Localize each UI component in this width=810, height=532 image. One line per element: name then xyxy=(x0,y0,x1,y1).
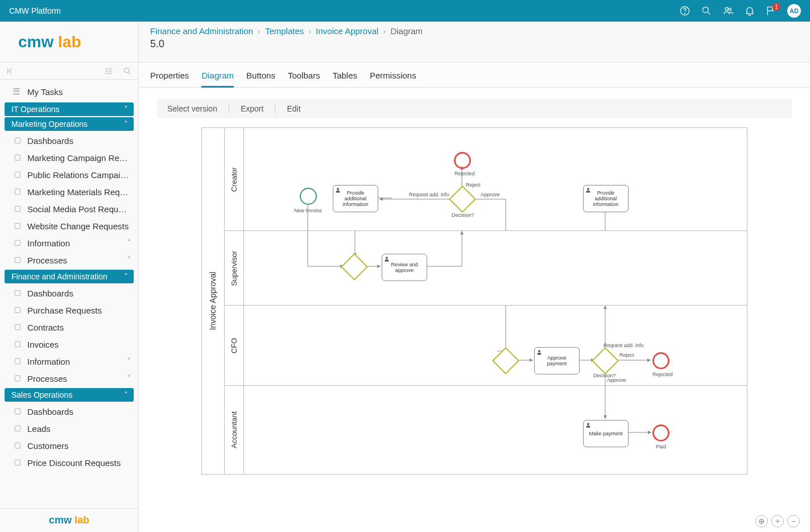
search-sidebar-icon[interactable] xyxy=(122,66,133,76)
sidebar-item[interactable]: Purchase Requests xyxy=(0,302,138,319)
end-event-rejected-2[interactable] xyxy=(652,352,670,369)
item-icon xyxy=(13,204,23,214)
sidebar-item[interactable]: Price Discount Requests xyxy=(0,454,138,471)
svg-line-3 xyxy=(708,13,710,15)
end-event-rejected[interactable] xyxy=(454,152,471,169)
sidebar-item[interactable]: Marketing Campaign Req… xyxy=(0,149,138,166)
tab-permissions[interactable]: Permissions xyxy=(370,67,416,87)
sidebar-item[interactable]: Marketing Materials Requ… xyxy=(0,183,138,200)
sidebar-item[interactable]: Information˅ xyxy=(0,353,138,370)
sidebar-nav[interactable]: ☰ My Tasks IT Operations˅Marketing Opera… xyxy=(0,80,138,508)
sidebar-item-label: Contracts xyxy=(27,323,131,332)
gateway-merge-supervisor[interactable] xyxy=(341,253,368,281)
flow-request-add-info-label: Request add. info xyxy=(409,192,449,197)
nav-section-header[interactable]: IT Operations˅ xyxy=(5,102,134,116)
tab-properties[interactable]: Properties xyxy=(150,67,189,87)
item-icon xyxy=(13,152,23,163)
bpmn-pool[interactable]: Invoice Approval Creator xyxy=(201,127,747,475)
svg-rect-21 xyxy=(15,240,20,245)
zoom-in-icon[interactable]: ＋ xyxy=(771,515,784,527)
sidebar-item[interactable]: Invoices xyxy=(0,336,138,353)
lane-cfo: CFO Approve payment xyxy=(225,306,747,386)
zoom-controls: ⊕ ＋ − xyxy=(755,515,800,527)
sidebar-item-label: Price Discount Requests xyxy=(27,458,131,468)
sidebar-item[interactable]: Dashboards xyxy=(0,132,138,149)
breadcrumb-item-2[interactable]: Invoice Approval xyxy=(316,26,378,36)
sidebar-item-label: Information xyxy=(27,357,127,366)
tab-toolbars[interactable]: Toolbars xyxy=(288,67,320,87)
nav-my-tasks[interactable]: ☰ My Tasks xyxy=(0,82,138,101)
sidebar-item[interactable]: Customers xyxy=(0,437,138,454)
diagram-edit[interactable]: Edit xyxy=(287,104,300,113)
chevron-down-icon: ˅ xyxy=(124,105,128,114)
sidebar-item-label: Processes xyxy=(27,374,127,383)
end-event-rejected-label: Rejected xyxy=(454,171,475,176)
zoom-fit-icon[interactable]: ⊕ xyxy=(755,515,768,527)
gateway-decision-2[interactable] xyxy=(592,347,619,374)
flag-icon[interactable]: 1 xyxy=(766,5,777,17)
sidebar-item-label: Processes xyxy=(27,255,127,265)
diagram-select-version[interactable]: Select version xyxy=(167,104,217,113)
sidebar-footer-logo[interactable]: cmw lab xyxy=(0,508,138,532)
tabs-row: Properties Diagram Buttons Toolbars Tabl… xyxy=(139,63,810,88)
item-icon xyxy=(13,135,23,146)
item-icon xyxy=(13,170,23,180)
sidebar-item[interactable]: Processes˅ xyxy=(0,370,138,387)
svg-line-14 xyxy=(129,72,130,74)
gateway-decision-1-label: Decision? xyxy=(452,212,474,218)
help-icon[interactable] xyxy=(679,5,691,17)
sidebar-item[interactable]: Information˅ xyxy=(0,234,138,251)
sidebar-item[interactable]: Dashboards xyxy=(0,403,138,420)
sidebar-item[interactable]: Contracts xyxy=(0,319,138,336)
bell-icon[interactable] xyxy=(744,5,755,17)
sidebar-item[interactable]: Leads xyxy=(0,420,138,437)
flow-reject-label: Reject xyxy=(466,182,481,188)
lane-label-creator: Creator xyxy=(225,128,244,230)
users-icon[interactable] xyxy=(722,5,734,17)
end-event-paid[interactable] xyxy=(652,424,670,442)
task-make-payment[interactable]: Make payment xyxy=(583,420,629,447)
search-icon[interactable] xyxy=(701,5,712,17)
collapse-icon[interactable] xyxy=(6,66,16,76)
task-review-and-approve[interactable]: Review and approve xyxy=(382,254,427,281)
svg-rect-30 xyxy=(15,426,20,431)
tab-tables[interactable]: Tables xyxy=(333,67,357,87)
sidebar-item-label: Public Relations Campaig… xyxy=(27,170,131,180)
diagram-export[interactable]: Export xyxy=(241,104,263,113)
sidebar-item[interactable]: Website Change Requests xyxy=(0,217,138,234)
sidebar-item[interactable]: Dashboards xyxy=(0,284,138,302)
svg-rect-23 xyxy=(15,290,20,295)
end-event-rejected-2-label: Rejected xyxy=(652,372,673,377)
avatar[interactable]: AD xyxy=(787,4,801,18)
sidebar-item[interactable]: Social Media Post Requests xyxy=(0,200,138,217)
list-icon[interactable] xyxy=(104,66,114,76)
sidebar-item-label: Information xyxy=(27,238,127,248)
svg-rect-16 xyxy=(15,155,20,160)
item-icon xyxy=(13,187,23,197)
breadcrumb-item-1[interactable]: Templates xyxy=(265,26,304,36)
zoom-out-icon[interactable]: − xyxy=(787,515,800,527)
gateway-merge-cfo[interactable] xyxy=(492,347,519,374)
lane-accountant: Accountant Make payment Paid xyxy=(225,386,747,474)
divider xyxy=(229,104,229,114)
nav-section-header[interactable]: Finance and Administration˄ xyxy=(5,270,134,283)
nav-section-header[interactable]: Sales Operations˄ xyxy=(5,388,134,402)
tab-diagram[interactable]: Diagram xyxy=(201,67,234,88)
nav-section-header[interactable]: Marketing Operations˄ xyxy=(5,117,134,131)
breadcrumb-item-0[interactable]: Finance and Administration xyxy=(150,26,253,36)
gateway-decision-1[interactable] xyxy=(449,185,476,213)
sidebar-item[interactable]: Processes˅ xyxy=(0,251,138,269)
item-icon xyxy=(13,322,23,332)
pool-title: Invoice Approval xyxy=(202,128,225,474)
logo[interactable]: cmw lab xyxy=(0,22,138,63)
start-event[interactable] xyxy=(300,188,317,205)
version-label: 5.0 xyxy=(150,38,799,50)
tab-buttons[interactable]: Buttons xyxy=(246,67,275,87)
task-provide-additional-info-2[interactable]: Provide additional information xyxy=(583,185,629,212)
header-right-icons: 1 AD xyxy=(679,4,801,18)
task-provide-additional-info[interactable]: Provide additional information xyxy=(333,185,378,212)
task-approve-payment[interactable]: Approve payment xyxy=(534,347,580,374)
lane-creator: Creator xyxy=(225,128,747,231)
top-header: CMW Platform 1 AD xyxy=(0,0,810,22)
sidebar-item[interactable]: Public Relations Campaig… xyxy=(0,166,138,183)
